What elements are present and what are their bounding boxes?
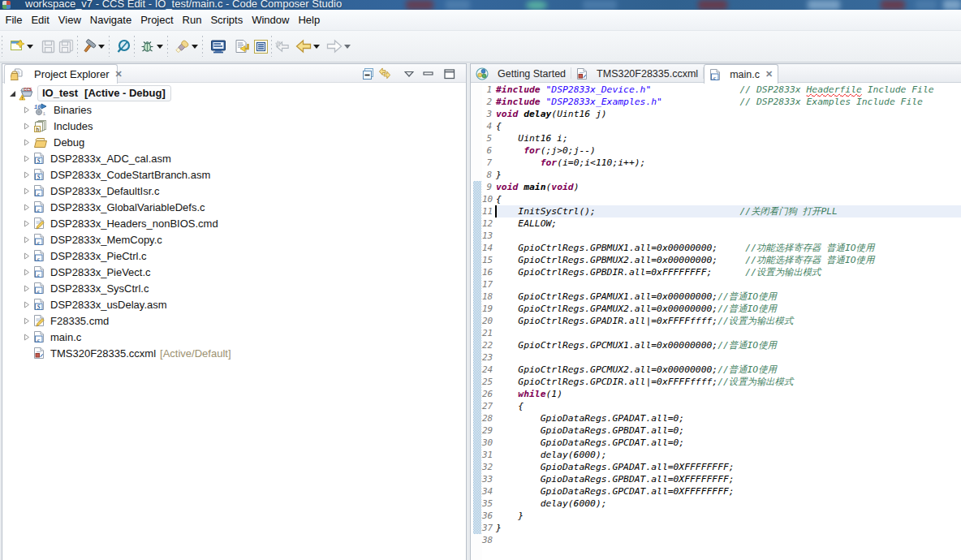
code-line[interactable]: 16 GpioCtrlRegs.GPBDIR.all=0xFFFFFFFF; /…: [471, 266, 961, 278]
code-line[interactable]: 15 GpioCtrlRegs.GPBMUX2.all=0x00000000; …: [471, 254, 961, 266]
tree-item-file[interactable]: .cDSP2833x_GlobalVariableDefs.c: [2, 199, 466, 215]
menu-scripts[interactable]: Scripts: [206, 11, 248, 29]
debug-bug-button[interactable]: [139, 36, 155, 57]
tree-collapsed-arrow[interactable]: [20, 252, 33, 260]
code-line[interactable]: 19 GpioCtrlRegs.GPAMUX2.all=0x00000000;/…: [471, 303, 961, 315]
tree-item-file[interactable]: .cDSP2833x_DefaultIsr.c: [2, 183, 466, 199]
code-line[interactable]: 8}: [471, 169, 961, 181]
tree-item-file[interactable]: F28335.cmd: [2, 312, 466, 329]
tree-collapsed-arrow[interactable]: [20, 269, 33, 276]
tree-collapsed-arrow[interactable]: [20, 285, 33, 292]
build-button[interactable]: [80, 36, 97, 57]
forward-dropdown-arrow[interactable]: [344, 45, 351, 49]
debug-launch-button[interactable]: [115, 36, 131, 57]
code-line[interactable]: 7 for(i=0;i<110;i++);: [471, 157, 961, 169]
menu-help[interactable]: Help: [294, 11, 325, 29]
code-line[interactable]: 25 GpioCtrlRegs.GPCDIR.all|=0xFFFFffff;/…: [471, 376, 961, 388]
code-line[interactable]: 29 GpioDataRegs.GPBDAT.all=0;: [471, 424, 961, 437]
tree-collapsed-arrow[interactable]: [20, 236, 33, 243]
tree-collapsed-arrow[interactable]: [20, 317, 33, 325]
tree-item-file[interactable]: TMS320F28335.ccxml[Active/Default]: [2, 345, 466, 361]
menu-navigate[interactable]: Navigate: [85, 11, 136, 29]
console-button[interactable]: [210, 36, 226, 57]
tree-item-file[interactable]: Debug: [2, 134, 466, 150]
tree-collapsed-arrow[interactable]: [20, 204, 33, 211]
tree-collapsed-arrow[interactable]: [20, 334, 33, 341]
tree-item-file[interactable]: SDSP2833x_ADC_cal.asm: [2, 150, 466, 166]
minimize-view-button[interactable]: [422, 67, 435, 81]
code-line[interactable]: 37}: [471, 522, 961, 534]
tree-collapsed-arrow[interactable]: [20, 301, 33, 308]
code-line[interactable]: 1#include "DSP2833x_Device.h" // DSP2833…: [471, 84, 961, 96]
code-line[interactable]: 17: [471, 278, 961, 291]
close-tab-icon[interactable]: ✕: [765, 69, 772, 80]
code-line[interactable]: 34 GpioDataRegs.GPCDAT.all=0XFFFFFFFF;: [471, 485, 961, 498]
tree-item-file[interactable]: 101Binaries: [2, 101, 466, 118]
maximize-view-button[interactable]: [443, 67, 456, 81]
code-editor[interactable]: 1#include "DSP2833x_Device.h" // DSP2833…: [471, 84, 961, 560]
code-line[interactable]: 26 while(1): [471, 388, 961, 400]
tree-collapsed-arrow[interactable]: [20, 155, 33, 162]
tree-collapsed-arrow[interactable]: [20, 171, 33, 179]
tree-item-file[interactable]: .cDSP2833x_MemCopy.c: [2, 231, 466, 248]
project-explorer-view-tab[interactable]: Project Explorer ✕: [4, 64, 118, 84]
debug-dropdown-arrow[interactable]: [157, 45, 163, 49]
import-document-button[interactable]: [235, 36, 251, 57]
code-line[interactable]: 35 delay(6000);: [471, 498, 961, 510]
code-line[interactable]: 13: [471, 230, 961, 242]
close-view-icon[interactable]: ✕: [114, 69, 121, 80]
new-button[interactable]: [9, 36, 25, 57]
build-dropdown-arrow[interactable]: [98, 45, 105, 49]
menu-file[interactable]: File: [1, 11, 27, 29]
tree-item-file[interactable]: .cDSP2833x_SysCtrl.c: [2, 280, 466, 296]
code-line[interactable]: 32 GpioDataRegs.GPADAT.all=0XFFFFFFFF;: [471, 461, 961, 473]
code-line[interactable]: 28 GpioDataRegs.GPADAT.all=0;: [471, 412, 961, 424]
tree-item-file[interactable]: SDSP2833x_usDelay.asm: [2, 296, 466, 312]
tree-item-file[interactable]: .cmain.c: [2, 329, 466, 345]
code-line[interactable]: 3void delay(Uint16 j): [471, 108, 961, 120]
menu-window[interactable]: Window: [248, 11, 294, 29]
editor-tab-tms320f28335-ccxml[interactable]: TMS320F28335.ccxml: [571, 64, 704, 83]
editor-tab-main-c[interactable]: .cmain.c✕: [704, 64, 778, 84]
code-line[interactable]: 9void main(void): [471, 181, 961, 193]
tree-collapsed-arrow[interactable]: [20, 139, 33, 146]
code-line[interactable]: 6 for(;j>0;j--): [471, 144, 961, 157]
new-dropdown-arrow[interactable]: [27, 45, 33, 49]
tree-item-file[interactable]: .cDSP2833x_PieVect.c: [2, 264, 466, 280]
link-with-editor-button[interactable]: [378, 67, 391, 81]
tree-collapsed-arrow[interactable]: [20, 187, 33, 195]
tree-expanded-arrow[interactable]: [6, 90, 19, 97]
code-line[interactable]: 20 GpioCtrlRegs.GPADIR.all|=0xFFFFffff;/…: [471, 315, 961, 327]
code-line[interactable]: 36 }: [471, 510, 961, 522]
menu-view[interactable]: View: [54, 11, 85, 29]
code-line[interactable]: 10{: [471, 193, 961, 205]
code-line[interactable]: 18 GpioCtrlRegs.GPAMUX1.all=0x00000000;/…: [471, 291, 961, 303]
tree-item-project[interactable]: CCS!IO_test[Active - Debug]: [2, 85, 466, 101]
code-line[interactable]: 22 GpioCtrlRegs.GPCMUX1.all=0x00000000;/…: [471, 339, 961, 351]
editor-tab-getting-started[interactable]: Getting Started: [471, 64, 571, 83]
collapse-all-button[interactable]: [362, 67, 375, 81]
menu-project[interactable]: Project: [136, 11, 178, 29]
framed-list-button[interactable]: [252, 36, 269, 57]
code-line[interactable]: 23: [471, 351, 961, 364]
code-line[interactable]: 11 InitSysCtrl(); //关闭看门狗 打开PLL: [471, 205, 961, 218]
menu-run[interactable]: Run: [178, 11, 206, 29]
code-line[interactable]: 30 GpioDataRegs.GPCDAT.all=0;: [471, 437, 961, 449]
code-line[interactable]: 2#include "DSP2833x_Examples.h" // DSP28…: [471, 96, 961, 108]
code-line[interactable]: 12 EALLOW;: [471, 218, 961, 230]
save-all-button[interactable]: [58, 36, 75, 57]
view-menu-button[interactable]: [403, 67, 416, 81]
save-button[interactable]: [40, 36, 56, 57]
tree-collapsed-arrow[interactable]: [20, 123, 33, 130]
tree-item-file[interactable]: .cDSP2833x_PieCtrl.c: [2, 248, 466, 264]
code-line[interactable]: 4{: [471, 120, 961, 132]
tree-item-file[interactable]: hIncludes: [2, 118, 466, 134]
tree-item-file[interactable]: SDSP2833x_CodeStartBranch.asm: [2, 166, 466, 183]
back-button[interactable]: [295, 36, 312, 57]
code-line[interactable]: 33 GpioDataRegs.GPBDAT.all=0XFFFFFFFF;: [471, 473, 961, 485]
menu-edit[interactable]: Edit: [27, 11, 54, 29]
code-line[interactable]: 24 GpioCtrlRegs.GPCMUX2.all=0x00000000;/…: [471, 364, 961, 376]
code-line[interactable]: 27 {: [471, 400, 961, 412]
code-line[interactable]: 21: [471, 327, 961, 339]
flashlight-button[interactable]: [174, 36, 190, 57]
